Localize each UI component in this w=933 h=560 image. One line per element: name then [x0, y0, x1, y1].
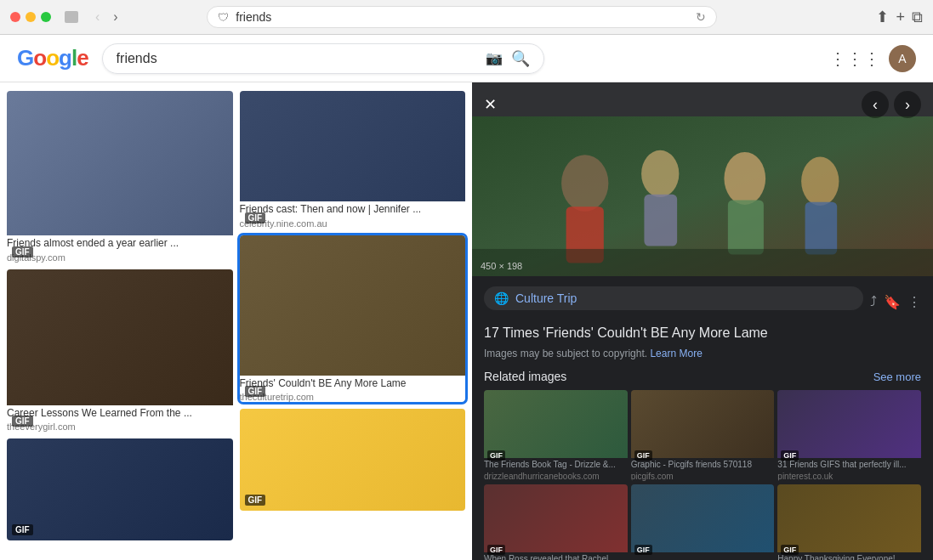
address-text: friends — [236, 10, 689, 24]
svg-point-4 — [641, 150, 679, 197]
detail-header: ✕ ‹ › — [472, 82, 933, 127]
gif-badge: GIF — [12, 524, 33, 535]
more-options-button[interactable]: ⋮ — [907, 294, 921, 310]
google-header: Google 📷 🔍 ⋮⋮⋮ A — [0, 35, 933, 82]
apps-icon[interactable]: ⋮⋮⋮ — [829, 48, 880, 69]
svg-point-6 — [724, 152, 765, 205]
related-item[interactable]: GIF When Ross revealed that Rachel... pi… — [484, 484, 628, 560]
avatar[interactable]: A — [889, 45, 916, 72]
reload-button[interactable]: ↻ — [696, 10, 706, 24]
related-item[interactable]: GIF 31 Friends GIFS that perfectly ill..… — [777, 390, 921, 481]
detail-actions: ⤴ 🔖 ⋮ — [870, 294, 921, 310]
related-source: drizzleandhurricanebooks.com — [484, 472, 628, 481]
detail-panel: ✕ ‹ › — [472, 82, 933, 560]
maximize-window-button[interactable] — [41, 12, 51, 22]
header-right: ⋮⋮⋮ A — [829, 45, 916, 72]
minimize-window-button[interactable] — [26, 12, 36, 22]
logo-g2: g — [59, 45, 71, 71]
related-source: pinterest.co.uk — [777, 472, 921, 481]
sidebar-toggle-button[interactable] — [65, 11, 78, 23]
gif-badge: GIF — [245, 212, 266, 223]
browser-actions: ⬆ + ⧉ — [876, 8, 923, 26]
image-caption: Career Lessons We Learned From the ... — [7, 405, 233, 422]
image-caption: Friends almost ended a year earlier ... — [7, 235, 233, 252]
list-item[interactable]: GIF Friends cast: Then and now | Jennife… — [240, 91, 466, 229]
detail-copyright: Images may be subject to copyright. Lear… — [484, 348, 921, 359]
browser-chrome: ‹ › 🛡 friends ↻ ⬆ + ⧉ — [0, 0, 933, 35]
image-col-1: GIF Friends almost ended a year earlier … — [7, 91, 233, 552]
related-caption: The Friends Book Tag - Drizzle &... — [484, 458, 628, 472]
camera-search-icon[interactable]: 📷 — [486, 50, 503, 66]
logo-g: G — [17, 45, 33, 71]
detail-main-image: 450 × 198 — [472, 116, 933, 276]
svg-rect-10 — [472, 249, 933, 276]
share-button[interactable]: ⬆ — [876, 8, 889, 26]
source-globe-icon: 🌐 — [494, 291, 509, 305]
related-item[interactable]: GIF Graphic - Picgifs friends 570118 pic… — [631, 390, 775, 481]
logo-o2: o — [46, 45, 59, 71]
close-window-button[interactable] — [10, 12, 20, 22]
svg-point-2 — [561, 155, 608, 211]
list-item[interactable]: GIF Friends' Couldn't BE Any More Lame t… — [240, 235, 466, 403]
list-item[interactable]: GIF — [7, 438, 233, 540]
related-caption — [631, 552, 775, 556]
detail-info: 🌐 Culture Trip ⤴ 🔖 ⋮ 17 Times 'Friends' … — [472, 276, 933, 560]
list-item[interactable]: GIF Friends almost ended a year earlier … — [7, 91, 233, 263]
address-bar[interactable]: 🛡 friends ↻ — [207, 6, 717, 28]
related-header: Related images See more — [484, 370, 921, 383]
google-logo[interactable]: Google — [17, 45, 88, 71]
learn-more-link[interactable]: Learn More — [650, 348, 702, 359]
shield-icon: 🛡 — [218, 11, 229, 24]
image-dimensions: 450 × 198 — [481, 261, 522, 271]
search-input[interactable] — [117, 51, 477, 66]
image-col-2: GIF Friends cast: Then and now | Jennife… — [240, 91, 466, 552]
gif-badge: GIF — [12, 246, 33, 257]
gif-badge: GIF — [487, 450, 505, 461]
image-caption: Friends cast: Then and now | Jennifer ..… — [240, 201, 466, 218]
main-content: GIF Friends almost ended a year earlier … — [0, 82, 933, 560]
traffic-lights — [10, 12, 51, 22]
related-caption: When Ross revealed that Rachel... — [484, 552, 628, 560]
image-source: celebrity.nine.com.au — [240, 218, 466, 229]
logo-e: e — [77, 45, 88, 71]
source-row[interactable]: 🌐 Culture Trip — [484, 286, 863, 310]
search-bar[interactable]: 📷 🔍 — [102, 43, 544, 74]
forward-button[interactable]: › — [108, 8, 122, 26]
prev-image-button[interactable]: ‹ — [862, 91, 889, 118]
svg-rect-9 — [805, 202, 838, 255]
related-source: picgifs.com — [631, 472, 775, 481]
share-result-button[interactable]: ⤴ — [870, 294, 877, 310]
close-button[interactable]: ✕ — [484, 95, 497, 114]
related-caption: Graphic - Picgifs friends 570118 — [631, 458, 775, 472]
see-more-link[interactable]: See more — [873, 371, 921, 383]
bookmark-button[interactable]: 🔖 — [884, 294, 901, 310]
gif-badge: GIF — [245, 495, 266, 506]
source-name: Culture Trip — [515, 291, 577, 305]
list-item[interactable]: GIF — [240, 409, 466, 511]
related-item[interactable]: GIF Happy Thanksgiving Everyone! — [777, 484, 921, 560]
new-tab-button[interactable]: + — [896, 8, 905, 26]
copyright-text: Images may be subject to copyright. — [484, 348, 647, 359]
image-source: theeverygirl.com — [7, 421, 233, 432]
next-image-button[interactable]: › — [894, 91, 921, 118]
gif-badge: GIF — [634, 450, 652, 461]
image-source: theculturetrip.com — [240, 392, 466, 402]
gif-badge: GIF — [781, 450, 799, 461]
window-button[interactable]: ⧉ — [912, 8, 923, 26]
detail-nav: ‹ › — [862, 91, 921, 118]
title-bar: ‹ › 🛡 friends ↻ ⬆ + ⧉ — [0, 0, 933, 34]
list-item[interactable]: GIF Career Lessons We Learned From the .… — [7, 269, 233, 433]
image-caption: Friends' Couldn't BE Any More Lame — [240, 376, 466, 393]
gif-badge: GIF — [487, 545, 505, 555]
back-button[interactable]: ‹ — [90, 8, 105, 26]
svg-rect-5 — [644, 195, 677, 246]
related-caption: 31 Friends GIFS that perfectly ill... — [777, 458, 921, 472]
nav-buttons: ‹ › — [90, 8, 123, 26]
detail-title: 17 Times 'Friends' Couldn't BE Any More … — [484, 324, 921, 342]
image-source: digitalspy.com — [7, 252, 233, 263]
related-item[interactable]: GIF — [631, 484, 775, 560]
gif-badge: GIF — [245, 386, 266, 397]
related-item[interactable]: GIF The Friends Book Tag - Drizzle &... … — [484, 390, 628, 481]
logo-o1: o — [33, 45, 46, 71]
search-button-icon[interactable]: 🔍 — [511, 49, 530, 68]
